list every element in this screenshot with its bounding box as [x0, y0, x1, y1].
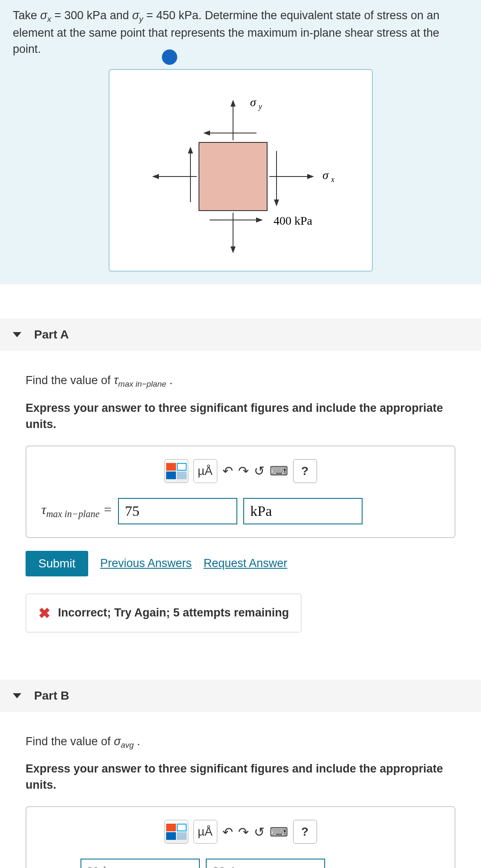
svg-rect-0	[199, 142, 267, 211]
templates-button[interactable]	[164, 459, 188, 483]
templates-button[interactable]	[164, 820, 188, 844]
svg-marker-2	[230, 100, 236, 107]
part-a-title: Part A	[34, 328, 69, 341]
sigma-y-label: σ	[250, 95, 256, 109]
part-b-value-input[interactable]: Value	[81, 859, 200, 868]
keyboard-icon[interactable]: ⌨	[270, 825, 288, 839]
part-a-value-input[interactable]	[118, 498, 237, 524]
part-b-title: Part B	[34, 689, 69, 703]
svg-marker-16	[188, 147, 193, 153]
svg-text:x: x	[331, 175, 334, 184]
svg-marker-18	[274, 200, 279, 206]
part-a-feedback: ✖ Incorrect; Try Again; 5 attempts remai…	[26, 593, 302, 633]
svg-marker-5	[230, 246, 236, 253]
redo-icon[interactable]: ↷	[238, 463, 249, 478]
svg-marker-10	[152, 174, 159, 179]
part-a: Part A Find the value of τmax in−plane .…	[0, 318, 481, 645]
help-button[interactable]: ?	[293, 820, 317, 844]
feedback-text: Incorrect; Try Again; 5 attempts remaini…	[58, 606, 289, 619]
part-a-var-label: τmax in−plane =	[41, 502, 112, 520]
problem-text: Take σx = 300 kPa and σy = 450 kPa. Dete…	[13, 9, 440, 55]
units-button[interactable]: µÅ	[193, 459, 217, 483]
units-button[interactable]: µÅ	[193, 820, 217, 844]
part-a-header[interactable]: Part A	[0, 318, 481, 351]
shear-value-label: 400 kPa	[274, 214, 313, 227]
reset-icon[interactable]: ↺	[254, 825, 265, 839]
part-b-toolbar: µÅ ↶ ↷ ↺ ⌨ ?	[41, 820, 440, 844]
part-b-var-label: σavg =	[41, 863, 75, 868]
part-b-prompt: Find the value of σavg .	[26, 733, 455, 751]
svg-text:y: y	[258, 102, 262, 111]
undo-icon[interactable]: ↶	[222, 463, 233, 478]
part-a-toolbar: µÅ ↶ ↷ ↺ ⌨ ?	[41, 459, 440, 483]
redo-icon[interactable]: ↷	[238, 825, 249, 839]
part-a-submit-button[interactable]: Submit	[26, 551, 88, 576]
keyboard-icon[interactable]: ⌨	[270, 463, 288, 478]
part-b-header[interactable]: Part B	[0, 680, 481, 712]
part-a-prompt: Find the value of τmax in−plane .	[26, 372, 455, 390]
svg-marker-7	[307, 174, 314, 179]
part-a-instructions: Express your answer to three significant…	[26, 400, 455, 433]
part-b: Part B Find the value of σavg . Express …	[0, 680, 481, 868]
chevron-down-icon	[13, 332, 21, 337]
part-b-answer-box: µÅ ↶ ↷ ↺ ⌨ ? σavg = Value Units	[26, 806, 455, 868]
part-a-answer-box: µÅ ↶ ↷ ↺ ⌨ ? τmax in−plane =	[26, 446, 455, 538]
chevron-down-icon	[13, 693, 21, 698]
incorrect-icon: ✖	[38, 605, 50, 622]
problem-statement: Take σx = 300 kPa and σy = 450 kPa. Dete…	[0, 0, 481, 284]
part-a-unit-input[interactable]	[243, 498, 363, 524]
svg-marker-12	[203, 130, 210, 136]
part-b-instructions: Express your answer to three significant…	[26, 761, 455, 793]
svg-marker-14	[256, 217, 263, 223]
undo-icon[interactable]: ↶	[222, 825, 233, 839]
stress-element-figure: σ y σ x 400 kPa	[109, 69, 373, 272]
part-b-unit-input[interactable]: Units	[206, 859, 325, 868]
request-answer-link[interactable]: Request Answer	[204, 557, 288, 570]
previous-answers-link[interactable]: Previous Answers	[100, 557, 192, 570]
sigma-x-label: σ	[323, 168, 329, 182]
selection-handle-icon[interactable]	[162, 49, 177, 65]
reset-icon[interactable]: ↺	[254, 463, 265, 478]
help-button[interactable]: ?	[293, 459, 317, 483]
